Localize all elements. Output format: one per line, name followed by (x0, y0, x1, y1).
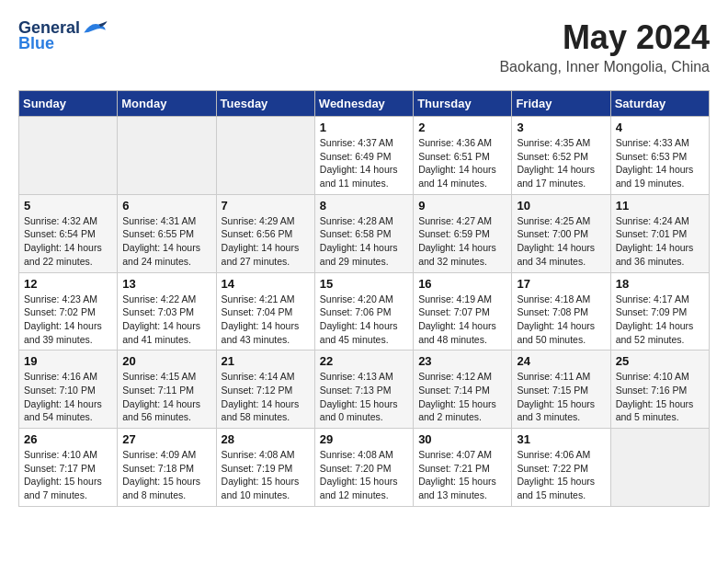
day-info: Sunrise: 4:32 AMSunset: 6:54 PMDaylight:… (24, 214, 112, 269)
day-number: 18 (616, 277, 704, 291)
calendar-table: SundayMondayTuesdayWednesdayThursdayFrid… (18, 90, 710, 507)
logo-bird-icon (82, 20, 108, 37)
calendar-cell (118, 117, 216, 195)
day-info: Sunrise: 4:18 AMSunset: 7:08 PMDaylight:… (517, 293, 605, 347)
calendar-cell: 13Sunrise: 4:22 AMSunset: 7:03 PMDayligh… (118, 272, 216, 350)
day-number: 8 (320, 199, 408, 213)
day-info: Sunrise: 4:19 AMSunset: 7:07 PMDaylight:… (418, 293, 506, 347)
day-header-tuesday: Tuesday (216, 91, 314, 117)
day-info: Sunrise: 4:23 AMSunset: 7:02 PMDaylight:… (24, 293, 112, 347)
calendar-cell (216, 117, 314, 195)
day-info: Sunrise: 4:21 AMSunset: 7:04 PMDaylight:… (222, 293, 310, 347)
calendar-cell: 3Sunrise: 4:35 AMSunset: 6:52 PMDaylight… (512, 117, 610, 195)
calendar-cell: 22Sunrise: 4:13 AMSunset: 7:13 PMDayligh… (314, 350, 413, 429)
days-of-week-row: SundayMondayTuesdayWednesdayThursdayFrid… (19, 91, 710, 117)
day-number: 26 (24, 432, 112, 446)
day-header-thursday: Thursday (414, 91, 512, 117)
calendar-cell: 11Sunrise: 4:24 AMSunset: 7:01 PMDayligh… (610, 194, 709, 272)
logo: General Blue (18, 18, 108, 53)
day-info: Sunrise: 4:16 AMSunset: 7:10 PMDaylight:… (24, 370, 112, 424)
day-info: Sunrise: 4:29 AMSunset: 6:56 PMDaylight:… (222, 214, 310, 269)
day-number: 19 (24, 354, 112, 368)
day-number: 28 (222, 432, 310, 446)
day-info: Sunrise: 4:37 AMSunset: 6:49 PMDaylight:… (320, 136, 408, 190)
calendar-cell: 10Sunrise: 4:25 AMSunset: 7:00 PMDayligh… (512, 194, 610, 272)
calendar-cell: 31Sunrise: 4:06 AMSunset: 7:22 PMDayligh… (512, 429, 610, 507)
calendar-cell: 27Sunrise: 4:09 AMSunset: 7:18 PMDayligh… (118, 429, 216, 507)
day-number: 1 (320, 121, 408, 134)
day-number: 6 (122, 199, 210, 213)
day-info: Sunrise: 4:28 AMSunset: 6:58 PMDaylight:… (320, 214, 408, 269)
day-number: 4 (616, 121, 704, 134)
day-header-sunday: Sunday (19, 91, 118, 117)
day-info: Sunrise: 4:13 AMSunset: 7:13 PMDaylight:… (320, 370, 408, 424)
calendar-body: 1Sunrise: 4:37 AMSunset: 6:49 PMDaylight… (19, 117, 710, 507)
day-header-saturday: Saturday (610, 91, 709, 117)
day-number: 16 (418, 277, 506, 291)
calendar-cell (19, 117, 118, 195)
day-number: 23 (418, 354, 506, 368)
day-number: 25 (616, 354, 704, 368)
day-info: Sunrise: 4:15 AMSunset: 7:11 PMDaylight:… (122, 370, 210, 424)
day-number: 11 (616, 199, 704, 213)
day-info: Sunrise: 4:08 AMSunset: 7:20 PMDaylight:… (320, 448, 408, 502)
day-number: 27 (122, 432, 210, 446)
calendar-cell: 24Sunrise: 4:11 AMSunset: 7:15 PMDayligh… (512, 350, 610, 429)
day-info: Sunrise: 4:10 AMSunset: 7:17 PMDaylight:… (24, 448, 112, 502)
day-header-friday: Friday (512, 91, 610, 117)
calendar-cell: 4Sunrise: 4:33 AMSunset: 6:53 PMDaylight… (610, 117, 709, 195)
location-title: Baokang, Inner Mongolia, China (499, 59, 710, 75)
day-info: Sunrise: 4:36 AMSunset: 6:51 PMDaylight:… (418, 136, 506, 190)
calendar-cell: 7Sunrise: 4:29 AMSunset: 6:56 PMDaylight… (216, 194, 314, 272)
day-number: 14 (222, 277, 310, 291)
day-info: Sunrise: 4:07 AMSunset: 7:21 PMDaylight:… (418, 448, 506, 502)
week-row-1: 1Sunrise: 4:37 AMSunset: 6:49 PMDaylight… (19, 117, 710, 195)
day-number: 22 (320, 354, 408, 368)
day-info: Sunrise: 4:35 AMSunset: 6:52 PMDaylight:… (517, 136, 605, 190)
day-number: 20 (122, 354, 210, 368)
calendar-cell: 21Sunrise: 4:14 AMSunset: 7:12 PMDayligh… (216, 350, 314, 429)
calendar-cell: 14Sunrise: 4:21 AMSunset: 7:04 PMDayligh… (216, 272, 314, 350)
week-row-5: 26Sunrise: 4:10 AMSunset: 7:17 PMDayligh… (19, 429, 710, 507)
calendar-cell: 26Sunrise: 4:10 AMSunset: 7:17 PMDayligh… (19, 429, 118, 507)
logo-blue-text: Blue (18, 34, 54, 53)
calendar-cell: 16Sunrise: 4:19 AMSunset: 7:07 PMDayligh… (414, 272, 512, 350)
day-number: 17 (517, 277, 605, 291)
month-title: May 2024 (499, 18, 710, 57)
calendar-cell (610, 429, 709, 507)
day-number: 30 (418, 432, 506, 446)
day-number: 21 (222, 354, 310, 368)
week-row-4: 19Sunrise: 4:16 AMSunset: 7:10 PMDayligh… (19, 350, 710, 429)
day-header-monday: Monday (118, 91, 216, 117)
calendar-cell: 20Sunrise: 4:15 AMSunset: 7:11 PMDayligh… (118, 350, 216, 429)
day-info: Sunrise: 4:25 AMSunset: 7:00 PMDaylight:… (517, 214, 605, 269)
day-info: Sunrise: 4:22 AMSunset: 7:03 PMDaylight:… (122, 293, 210, 347)
title-block: May 2024 Baokang, Inner Mongolia, China (499, 18, 710, 75)
day-number: 31 (517, 432, 605, 446)
day-number: 3 (517, 121, 605, 134)
day-number: 15 (320, 277, 408, 291)
page-header: General Blue May 2024 Baokang, Inner Mon… (18, 18, 710, 75)
calendar-cell: 9Sunrise: 4:27 AMSunset: 6:59 PMDaylight… (414, 194, 512, 272)
day-info: Sunrise: 4:31 AMSunset: 6:55 PMDaylight:… (122, 214, 210, 269)
day-info: Sunrise: 4:33 AMSunset: 6:53 PMDaylight:… (616, 136, 704, 190)
day-info: Sunrise: 4:10 AMSunset: 7:16 PMDaylight:… (616, 370, 704, 424)
day-info: Sunrise: 4:11 AMSunset: 7:15 PMDaylight:… (517, 370, 605, 424)
day-number: 10 (517, 199, 605, 213)
day-info: Sunrise: 4:17 AMSunset: 7:09 PMDaylight:… (616, 293, 704, 347)
day-info: Sunrise: 4:12 AMSunset: 7:14 PMDaylight:… (418, 370, 506, 424)
day-info: Sunrise: 4:14 AMSunset: 7:12 PMDaylight:… (222, 370, 310, 424)
day-info: Sunrise: 4:27 AMSunset: 6:59 PMDaylight:… (418, 214, 506, 269)
day-number: 12 (24, 277, 112, 291)
calendar-cell: 5Sunrise: 4:32 AMSunset: 6:54 PMDaylight… (19, 194, 118, 272)
calendar-cell: 29Sunrise: 4:08 AMSunset: 7:20 PMDayligh… (314, 429, 413, 507)
day-info: Sunrise: 4:09 AMSunset: 7:18 PMDaylight:… (122, 448, 210, 502)
calendar-cell: 18Sunrise: 4:17 AMSunset: 7:09 PMDayligh… (610, 272, 709, 350)
week-row-2: 5Sunrise: 4:32 AMSunset: 6:54 PMDaylight… (19, 194, 710, 272)
calendar-cell: 15Sunrise: 4:20 AMSunset: 7:06 PMDayligh… (314, 272, 413, 350)
day-number: 7 (222, 199, 310, 213)
day-info: Sunrise: 4:20 AMSunset: 7:06 PMDaylight:… (320, 293, 408, 347)
calendar-cell: 19Sunrise: 4:16 AMSunset: 7:10 PMDayligh… (19, 350, 118, 429)
day-number: 13 (122, 277, 210, 291)
calendar-cell: 23Sunrise: 4:12 AMSunset: 7:14 PMDayligh… (414, 350, 512, 429)
